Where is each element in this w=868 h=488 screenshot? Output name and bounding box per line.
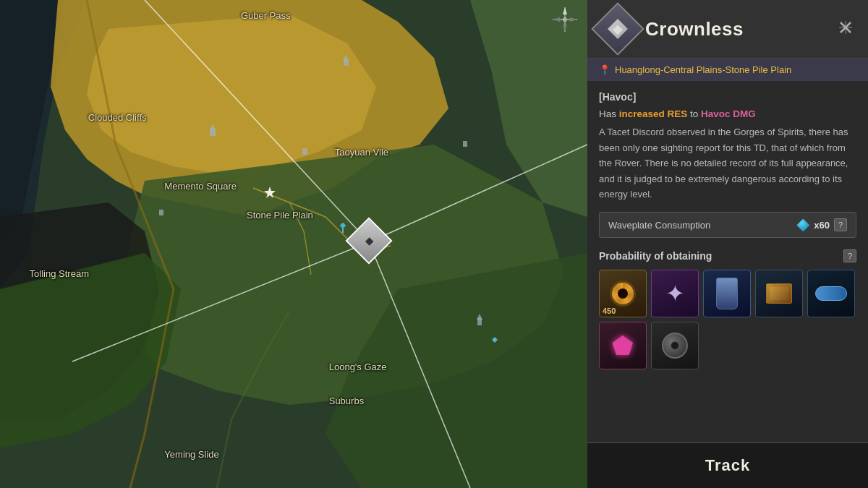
svg-marker-21 [563,7,567,14]
svg-rect-17 [342,228,344,233]
tube-shape [716,278,738,309]
probability-header: Probability of obtaining ? [599,249,856,262]
map-section[interactable]: Guber Pass Clouded Cliffs Taoyuan Vile M… [0,0,587,488]
probability-help-button[interactable]: ? [843,249,856,262]
probability-items-row2: ⬟ [599,322,856,369]
boss-map-marker[interactable]: ◆ [352,224,386,257]
description-body: A Tacet Discord observed in the Gorges o… [599,124,856,202]
gear-shape [610,281,636,307]
track-button-label: Track [705,456,751,475]
svg-point-25 [563,17,567,22]
boss-icon: ◆ [591,2,644,56]
prob-item-tube[interactable] [703,270,751,317]
element-tag: [Havoc] [599,91,856,103]
waveplate-help-button[interactable]: ? [834,218,847,231]
prob-item-wing[interactable]: ✦ [651,270,699,317]
panel-info: [Havoc] Has increased RES to Havoc DMG A… [587,81,868,442]
svg-rect-11 [463,141,467,147]
item-count-450: 450 [603,307,616,315]
svg-rect-7 [159,210,163,215]
prob-item-emblem[interactable]: ⬟ [599,322,647,369]
probability-items-row1: 450 ✦ [599,270,856,317]
shell-shape [766,283,792,304]
emblem-shape: ⬟ [612,331,634,360]
desc-mid: to [687,108,701,119]
location-pin-icon: 📍 [599,64,610,75]
svg-marker-24 [570,17,577,22]
panel-header: ◆ Crownless [587,0,868,59]
location-bar: 📍 Huanglong-Central Plains-Stone Pile Pl… [587,59,868,81]
prob-item-gear[interactable]: 450 [599,270,647,317]
disk-shape [662,333,688,359]
description-line1: Has increased RES to Havoc DMG [599,107,856,121]
waveplate-count: x60 [814,220,830,231]
compass-rose [551,6,579,36]
desc-prefix: Has [599,108,619,119]
svg-rect-10 [302,148,307,155]
probability-title: Probability of obtaining [599,250,712,262]
boss-name: Crownless [645,18,826,40]
gem-icon [796,218,809,231]
waveplate-label: Waveplate Consumption [608,220,710,231]
prob-item-capsule[interactable] [807,270,855,317]
desc-highlight1: increased RES [619,108,688,119]
prob-item-disk[interactable] [651,322,699,369]
desc-highlight2: Havoc DMG [701,108,756,119]
capsule-shape [815,286,847,301]
waveplate-right: x60 ? [796,218,847,231]
svg-marker-23 [553,17,560,22]
svg-marker-22 [563,25,567,32]
location-text: Huanglong-Central Plains-Stone Pile Plai… [615,64,791,75]
prob-item-shell[interactable] [755,270,803,317]
info-panel: ◆ Crownless 📍 Huanglong-Central Plains-S… [587,0,868,488]
close-button[interactable] [835,17,856,42]
waveplate-row: Waveplate Consumption x60 ? [599,212,856,238]
track-button[interactable]: Track [587,442,868,488]
wing-shape: ✦ [665,280,685,307]
